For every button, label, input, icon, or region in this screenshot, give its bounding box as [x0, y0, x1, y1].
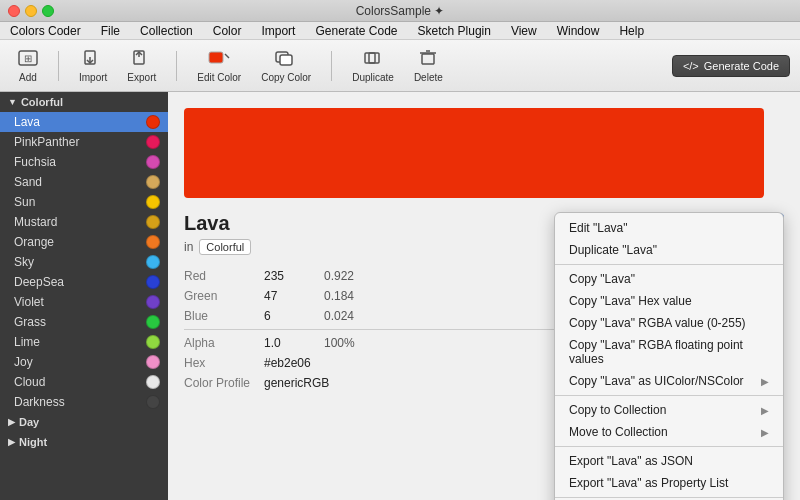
duplicate-label: Duplicate: [352, 72, 394, 83]
sidebar-item-sand[interactable]: Sand: [0, 172, 168, 192]
toolbar-group-add: ⊞ Add: [10, 45, 46, 87]
sidebar-item-grass[interactable]: Grass: [0, 312, 168, 332]
color-dot: [146, 295, 160, 309]
hex-prop-row: Hex #eb2e06: [184, 356, 564, 370]
sidebar-item-deepsea[interactable]: DeepSea: [0, 272, 168, 292]
props-divider: [184, 329, 564, 330]
duplicate-icon: [363, 49, 383, 70]
red-prop-row: Red 235 0.922: [184, 269, 564, 283]
sidebar-group-day[interactable]: ▶ Day: [0, 412, 168, 432]
minimize-button[interactable]: [25, 5, 37, 17]
delete-button[interactable]: Delete: [406, 45, 451, 87]
color-dot: [146, 175, 160, 189]
menu-file[interactable]: File: [97, 24, 124, 38]
sidebar-item-sky[interactable]: Sky: [0, 252, 168, 272]
color-dot: [146, 155, 160, 169]
ctx-item-9[interactable]: Export "Lava" as JSON: [555, 450, 783, 472]
export-button[interactable]: Export: [119, 45, 164, 87]
blue-label: Blue: [184, 309, 264, 323]
main-layout: ▼ Colorful LavaPinkPantherFuchsiaSandSun…: [0, 92, 800, 500]
menu-view[interactable]: View: [507, 24, 541, 38]
toolbar-separator-2: [176, 51, 177, 81]
title-bar: ColorsSample ✦: [0, 0, 800, 22]
blue-prop-row: Blue 6 0.024: [184, 309, 564, 323]
color-dot: [146, 235, 160, 249]
content-area: Lava ⚙ ▾ in Colorful Red 235 0.922 Green…: [168, 92, 800, 500]
ctx-item-0[interactable]: Edit "Lava": [555, 217, 783, 239]
sidebar: ▼ Colorful LavaPinkPantherFuchsiaSandSun…: [0, 92, 168, 500]
menu-colors-coder[interactable]: Colors Coder: [6, 24, 85, 38]
red-float: 0.922: [324, 269, 384, 283]
svg-rect-10: [280, 55, 292, 65]
add-icon: ⊞: [18, 49, 38, 70]
duplicate-button[interactable]: Duplicate: [344, 45, 402, 87]
menu-collection[interactable]: Collection: [136, 24, 197, 38]
sidebar-item-lava[interactable]: Lava: [0, 112, 168, 132]
close-button[interactable]: [8, 5, 20, 17]
export-label: Export: [127, 72, 156, 83]
generate-code-icon: </>: [683, 60, 699, 72]
sidebar-item-orange[interactable]: Orange: [0, 232, 168, 252]
ctx-item-label: Duplicate "Lava": [569, 243, 657, 257]
menu-sketch-plugin[interactable]: Sketch Plugin: [414, 24, 495, 38]
sidebar-item-joy[interactable]: Joy: [0, 352, 168, 372]
sidebar-item-label: Sky: [14, 255, 146, 269]
ctx-item-label: Export "Lava" as Property List: [569, 476, 728, 490]
ctx-item-6[interactable]: Copy "Lava" as UIColor/NSColor▶: [555, 370, 783, 392]
ctx-item-5[interactable]: Copy "Lava" RGBA floating point values: [555, 334, 783, 370]
traffic-lights: [8, 5, 54, 17]
sidebar-item-darkness[interactable]: Darkness: [0, 392, 168, 412]
hex-label: Hex: [184, 356, 264, 370]
ctx-item-10[interactable]: Export "Lava" as Property List: [555, 472, 783, 494]
color-dot: [146, 375, 160, 389]
svg-rect-6: [209, 52, 223, 63]
maximize-button[interactable]: [42, 5, 54, 17]
sidebar-item-mustard[interactable]: Mustard: [0, 212, 168, 232]
import-button[interactable]: Import: [71, 45, 115, 87]
menu-window[interactable]: Window: [553, 24, 604, 38]
menu-help[interactable]: Help: [615, 24, 648, 38]
sidebar-item-lime[interactable]: Lime: [0, 332, 168, 352]
sidebar-item-cloud[interactable]: Cloud: [0, 372, 168, 392]
color-dot: [146, 335, 160, 349]
sidebar-group-night-label: Night: [19, 436, 47, 448]
edit-color-button[interactable]: Edit Color: [189, 45, 249, 87]
ctx-item-3[interactable]: Copy "Lava" Hex value: [555, 290, 783, 312]
menu-import[interactable]: Import: [257, 24, 299, 38]
toolbar-group-dup-del: Duplicate Delete: [344, 45, 451, 87]
sidebar-item-violet[interactable]: Violet: [0, 292, 168, 312]
add-button[interactable]: ⊞ Add: [10, 45, 46, 87]
profile-label: Color Profile: [184, 376, 264, 390]
ctx-item-label: Edit "Lava": [569, 221, 628, 235]
ctx-item-label: Copy "Lava" RGBA value (0-255): [569, 316, 746, 330]
ctx-item-2[interactable]: Copy "Lava": [555, 268, 783, 290]
generate-code-label: Generate Code: [704, 60, 779, 72]
color-dot: [146, 275, 160, 289]
sidebar-group-colorful[interactable]: ▼ Colorful: [0, 92, 168, 112]
sidebar-item-sun[interactable]: Sun: [0, 192, 168, 212]
alpha-prop-row: Alpha 1.0 100%: [184, 336, 564, 350]
delete-label: Delete: [414, 72, 443, 83]
ctx-item-7[interactable]: Copy to Collection▶: [555, 399, 783, 421]
copy-color-label: Copy Color: [261, 72, 311, 83]
sidebar-item-label: DeepSea: [14, 275, 146, 289]
menu-generate-code[interactable]: Generate Code: [311, 24, 401, 38]
sidebar-group-colorful-label: Colorful: [21, 96, 63, 108]
ctx-item-1[interactable]: Duplicate "Lava": [555, 239, 783, 261]
ctx-item-4[interactable]: Copy "Lava" RGBA value (0-255): [555, 312, 783, 334]
color-dot: [146, 395, 160, 409]
sidebar-item-pinkpanther[interactable]: PinkPanther: [0, 132, 168, 152]
menu-color[interactable]: Color: [209, 24, 246, 38]
ctx-item-label: Move to Collection: [569, 425, 668, 439]
sidebar-item-fuchsia[interactable]: Fuchsia: [0, 152, 168, 172]
ctx-item-8[interactable]: Move to Collection▶: [555, 421, 783, 443]
sidebar-group-day-label: Day: [19, 416, 39, 428]
sidebar-group-night[interactable]: ▶ Night: [0, 432, 168, 452]
toolbar-right: </> Generate Code: [672, 55, 790, 77]
import-label: Import: [79, 72, 107, 83]
generate-code-button[interactable]: </> Generate Code: [672, 55, 790, 77]
sidebar-item-label: Lime: [14, 335, 146, 349]
sidebar-item-label: Orange: [14, 235, 146, 249]
copy-color-button[interactable]: Copy Color: [253, 45, 319, 87]
sidebar-item-label: Grass: [14, 315, 146, 329]
